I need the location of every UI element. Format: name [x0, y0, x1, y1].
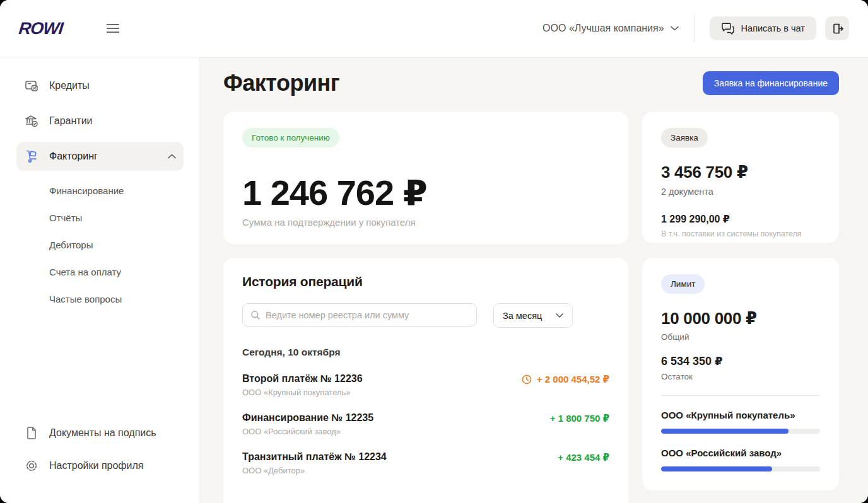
gear-icon: [24, 458, 39, 473]
transaction-amount-credited: + 1 800 750 ₽: [550, 412, 609, 424]
factoring-submenu: Финансирование Отчёты Дебиторы Счета на …: [16, 177, 184, 313]
limit-total-caption: Общий: [661, 332, 820, 342]
transaction-row[interactable]: Финансирование № 12235 ООО «Российский з…: [242, 412, 609, 436]
financing-request-button[interactable]: Заявка на финансирование: [703, 71, 839, 95]
limit-rest-caption: Остаток: [661, 372, 820, 381]
transaction-title: Финансирование № 12235: [242, 412, 550, 424]
sidebar-subitem-financing[interactable]: Финансирование: [16, 177, 184, 204]
operations-history-card: История операций З: [223, 258, 628, 503]
history-title: История операций: [242, 274, 609, 289]
limit-rest-amount: 6 534 350 ₽: [661, 354, 820, 368]
period-filter-value: За месяц: [503, 311, 542, 321]
history-search-box[interactable]: [242, 303, 477, 327]
company-selector-label: ООО «Лучшая компания»: [542, 23, 664, 34]
application-badge: Заявка: [661, 128, 708, 147]
transaction-title: Второй платёж № 12236: [242, 373, 522, 384]
transaction-amount-credited: + 423 454 ₽: [558, 451, 609, 463]
ready-to-receive-card: Готово к получению 1 246 762 ₽ Сумма на …: [223, 112, 628, 244]
transaction-company: ООО «Крупный покупатель»: [242, 388, 522, 397]
sidebar-subitem-faq[interactable]: Частые вопросы: [16, 286, 184, 313]
page-title: Факторинг: [223, 70, 339, 96]
handtruck-icon: [24, 149, 39, 164]
sidebar-item-label: Факторинг: [49, 151, 98, 162]
header-divider: [694, 14, 695, 42]
chevron-down-icon: [556, 313, 563, 318]
debtor-name: ООО «Крупный покупатель»: [661, 410, 820, 420]
logout-button[interactable]: [825, 16, 849, 40]
logout-icon: [831, 23, 843, 35]
limit-divider: [661, 395, 820, 396]
ready-amount: 1 246 762 ₽: [242, 172, 609, 213]
debtor-name: ООО «Российский завод»: [661, 448, 820, 458]
application-amount: 3 456 750 ₽: [661, 163, 820, 182]
sidebar-subitem-debtors[interactable]: Дебиторы: [16, 231, 184, 258]
search-icon: [250, 310, 261, 320]
sidebar-item-factoring[interactable]: Факторинг: [16, 142, 184, 171]
transaction-row[interactable]: Транзитный платёж № 12234 ООО «Дебитор» …: [242, 451, 609, 475]
debtor-limit-progress-fill: [661, 429, 789, 434]
chat-icon: [721, 23, 735, 35]
sidebar-bottom-group: Документы на подпись Настройки профиля: [16, 419, 184, 484]
status-badge-ready: Готово к получению: [242, 128, 339, 147]
limit-total-amount: 10 000 000 ₽: [661, 309, 820, 328]
limit-badge: Лимит: [661, 274, 705, 294]
transaction-row[interactable]: Второй платёж № 12236 ООО «Крупный покуп…: [242, 373, 609, 397]
company-selector[interactable]: ООО «Лучшая компания»: [542, 23, 679, 34]
chat-button-label: Написать в чат: [741, 23, 805, 33]
sidebar-item-credits[interactable]: Кредиты: [16, 71, 184, 100]
application-card: Заявка 3 456 750 ₽ 2 документа 1 299 290…: [642, 112, 839, 243]
sidebar-item-profile-settings[interactable]: Настройки профиля: [16, 451, 184, 480]
period-filter-select[interactable]: За месяц: [493, 303, 573, 328]
history-date-header: Сегодня, 10 октября: [242, 347, 609, 358]
bank-check-icon: [24, 113, 39, 129]
clock-icon: [522, 374, 532, 384]
rowi-logo: ROWI: [18, 19, 64, 38]
sidebar-item-label: Настройки профиля: [49, 460, 143, 471]
hamburger-menu-icon[interactable]: [106, 23, 120, 33]
application-docs-count: 2 документа: [661, 187, 820, 197]
transaction-title: Транзитный платёж № 12234: [242, 451, 558, 463]
sidebar-subitem-invoices[interactable]: Счета на оплату: [16, 258, 184, 286]
sidebar-item-documents-to-sign[interactable]: Документы на подпись: [16, 419, 184, 448]
debtor-limit-progress-fill: [661, 466, 772, 471]
application-secondary-caption: В т.ч. поставки из системы покупателя: [661, 229, 820, 238]
transaction-company: ООО «Российский завод»: [242, 427, 550, 436]
main-content: Факторинг Заявка на финансирование Готов…: [199, 57, 868, 503]
chevron-up-icon: [168, 154, 176, 159]
chevron-down-icon: [671, 26, 679, 31]
debtor-limit-block: ООО «Крупный покупатель»: [661, 410, 820, 434]
transaction-amount-pending: + 2 000 454,52 ₽: [522, 373, 609, 385]
sidebar: Кредиты Гарантии: [0, 57, 199, 503]
sidebar-item-label: Гарантии: [49, 115, 93, 127]
limit-card: Лимит 10 000 000 ₽ Общий 6 534 350 ₽ Ост…: [642, 258, 839, 490]
app-window: ROWI ООО «Лучшая компания»: [0, 0, 868, 503]
sidebar-item-guarantees[interactable]: Гарантии: [16, 107, 184, 136]
sidebar-item-label: Документы на подпись: [49, 427, 156, 439]
top-header: ROWI ООО «Лучшая компания»: [0, 0, 868, 57]
debtor-limit-block: ООО «Российский завод»: [661, 448, 820, 471]
application-secondary-amount: 1 299 290,00 ₽: [661, 213, 820, 225]
chat-button[interactable]: Написать в чат: [710, 16, 816, 40]
credit-card-percent-icon: [24, 78, 39, 93]
history-search-input[interactable]: [266, 310, 469, 320]
debtor-limit-progress: [661, 429, 820, 434]
sidebar-subitem-reports[interactable]: Отчёты: [16, 204, 184, 231]
transaction-company: ООО «Дебитор»: [242, 466, 558, 475]
debtor-limit-progress: [661, 466, 820, 471]
document-icon: [24, 425, 39, 441]
ready-caption: Сумма на подтверждении у покупателя: [242, 217, 609, 228]
sidebar-item-label: Кредиты: [49, 80, 90, 91]
